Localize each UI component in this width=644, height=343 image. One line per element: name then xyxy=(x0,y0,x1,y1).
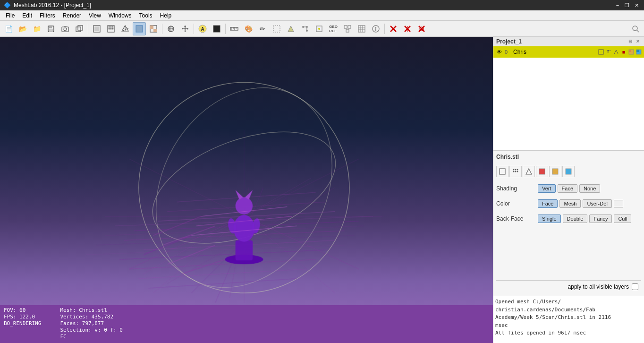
menu-edit[interactable]: Edit xyxy=(18,11,36,20)
layer-list[interactable]: 👁 0 Chris ■ xyxy=(493,46,644,150)
layer-icon-points[interactable] xyxy=(605,49,612,55)
svg-rect-133 xyxy=(500,169,505,174)
toolbar-black-view[interactable] xyxy=(210,22,223,35)
close-button[interactable]: ✕ xyxy=(633,1,640,9)
toolbar-colorize[interactable]: 🎨 xyxy=(242,22,255,35)
toolbar-snapshot[interactable] xyxy=(59,22,72,35)
toolbar-annotation[interactable]: A xyxy=(196,22,209,35)
toolbar-duplicate[interactable] xyxy=(73,22,86,35)
svg-rect-141 xyxy=(539,169,545,174)
menu-filters[interactable]: Filters xyxy=(36,11,59,20)
toolbar-textured[interactable] xyxy=(147,22,160,35)
svg-rect-111 xyxy=(236,240,253,261)
fov-label: FOV: 60 xyxy=(4,307,41,313)
svg-rect-1 xyxy=(49,26,52,28)
menu-tools[interactable]: Tools xyxy=(136,11,156,20)
svg-point-134 xyxy=(513,169,515,171)
toolbar-delete-red1[interactable] xyxy=(387,22,400,35)
menu-windows[interactable]: Windows xyxy=(105,11,136,20)
restore-button[interactable]: ❐ xyxy=(623,1,631,9)
toolbar-select-edge[interactable] xyxy=(298,22,312,35)
menu-help[interactable]: Help xyxy=(156,11,176,20)
toolbar-select-face[interactable] xyxy=(313,22,326,35)
toolbar-sep-4 xyxy=(225,24,226,34)
backface-single-btn[interactable]: Single xyxy=(538,214,561,223)
toolbar-mesh-op[interactable] xyxy=(341,22,354,35)
shading-label: Shading xyxy=(496,185,534,192)
menu-view[interactable]: View xyxy=(85,11,105,20)
shading-face-btn[interactable]: Face xyxy=(558,184,577,193)
toolbar-open-recent[interactable]: 📁 xyxy=(30,22,43,35)
toolbar-pan[interactable] xyxy=(178,22,192,35)
layer-item[interactable]: 👁 0 Chris ■ xyxy=(493,46,644,58)
selection-label: Selection: v: 0 f: 0 xyxy=(60,327,122,333)
prop-btn-wire[interactable] xyxy=(523,166,535,177)
log-line-5: All files opened in 9617 msec xyxy=(495,329,642,337)
toolbar-info3[interactable] xyxy=(369,22,382,35)
prop-btn-color[interactable] xyxy=(536,166,548,177)
backface-fancy-btn[interactable]: Fancy xyxy=(589,214,612,223)
toolbar-search[interactable] xyxy=(629,22,642,35)
toolbar-flatmode[interactable] xyxy=(90,22,103,35)
svg-point-16 xyxy=(112,28,114,29)
toolbar-select-vert[interactable] xyxy=(284,22,297,35)
log-panel[interactable]: Opened mesh C:/Users/ christian.cardenas… xyxy=(493,296,644,343)
svg-marker-44 xyxy=(288,26,294,32)
prop-btn-mesh[interactable] xyxy=(496,166,508,177)
svg-point-14 xyxy=(109,28,110,29)
prop-btn-points[interactable] xyxy=(509,166,522,177)
toolbar-grid[interactable] xyxy=(355,22,368,35)
toolbar: 📄 📂 📁 A 🎨 ✏ xyxy=(0,21,644,37)
toolbar-open[interactable]: 📂 xyxy=(16,22,29,35)
toolbar-solidmode[interactable] xyxy=(133,22,146,35)
menu-file[interactable]: File xyxy=(2,11,18,20)
toolbar-new[interactable]: 📄 xyxy=(2,22,15,35)
vertices-label: Vertices: 435,782 xyxy=(60,314,122,320)
layer-icon-mesh[interactable] xyxy=(598,49,604,55)
right-panel: Project_1 ⊟ ✕ 👁 0 Chris xyxy=(493,37,644,343)
backface-cull-btn[interactable]: Cull xyxy=(614,214,631,223)
toolbar-texture2[interactable] xyxy=(270,22,283,35)
layer-icon-tex[interactable] xyxy=(628,49,635,55)
toolbar-delete-red3[interactable] xyxy=(415,22,428,35)
layer-icon-bbox[interactable]: ■ xyxy=(620,49,627,55)
svg-line-87 xyxy=(148,279,297,288)
layer-visibility-toggle[interactable]: 👁 xyxy=(495,48,503,56)
shading-none-btn[interactable]: None xyxy=(579,184,600,193)
color-userdef-btn[interactable]: User-Def xyxy=(583,199,612,208)
toolbar-delete-red2[interactable] xyxy=(401,22,414,35)
menubar: File Edit Filters Render View Windows To… xyxy=(0,10,644,21)
log-line-3: Academy/Week 5/Scan/Chris.stl in 2116 xyxy=(495,314,642,322)
toolbar-save[interactable] xyxy=(44,22,58,35)
shading-vert-btn[interactable]: Vert xyxy=(538,184,556,193)
project-close-button[interactable]: ✕ xyxy=(635,38,641,45)
minimize-button[interactable]: − xyxy=(614,1,621,9)
toolbar-rotate[interactable] xyxy=(164,22,178,35)
prop-btn-tex2[interactable] xyxy=(549,166,561,177)
viewport[interactable]: FOV: 60 FPS: 122.0 BO_RENDERING Mesh: Ch… xyxy=(0,37,493,343)
layer-icon-shader[interactable] xyxy=(636,49,642,55)
color-mesh-btn[interactable]: Mesh xyxy=(559,199,581,208)
status-col-left: FOV: 60 FPS: 122.0 BO_RENDERING xyxy=(4,307,41,341)
svg-line-86 xyxy=(139,269,306,278)
color-swatch[interactable] xyxy=(614,200,623,207)
toolbar-brush[interactable]: ✏ xyxy=(256,22,269,35)
toolbar-ruler[interactable] xyxy=(228,22,241,35)
project-restore-button[interactable]: ⊟ xyxy=(627,38,634,45)
prop-btn-shader2[interactable] xyxy=(562,166,575,177)
menu-render[interactable]: Render xyxy=(59,11,85,20)
svg-point-137 xyxy=(513,171,515,172)
apply-checkbox[interactable] xyxy=(632,283,638,290)
toolbar-georef[interactable]: GEOREF xyxy=(327,22,340,35)
svg-line-85 xyxy=(129,259,316,269)
backface-row: Back-Face Single Double Fancy Cull xyxy=(496,213,641,224)
layer-icon-normals[interactable] xyxy=(613,49,619,55)
toolbar-wireframe[interactable] xyxy=(119,22,132,35)
svg-rect-54 xyxy=(346,29,349,32)
toolbar-pointmode[interactable] xyxy=(104,22,118,35)
backface-double-btn[interactable]: Double xyxy=(563,214,588,223)
svg-marker-33 xyxy=(182,28,183,30)
svg-point-11 xyxy=(109,26,110,27)
svg-point-113 xyxy=(236,197,253,214)
color-face-btn[interactable]: Face xyxy=(538,199,558,208)
